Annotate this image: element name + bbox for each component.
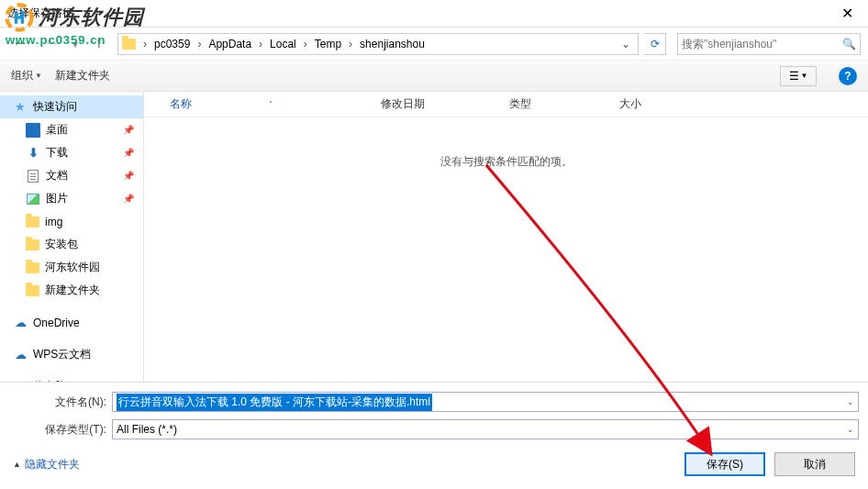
sidebar-pictures[interactable]: 图片📌 (0, 187, 143, 210)
history-dropdown[interactable]: ▾ (70, 38, 81, 50)
view-icon: ☰ (789, 70, 799, 83)
sidebar-img[interactable]: img (0, 210, 143, 233)
sidebar-documents[interactable]: 文档📌 (0, 164, 143, 187)
nav-bar: 🠔 🠖 ▾ 🠕 › pc0359 › AppData › Local › Tem… (0, 28, 868, 61)
new-folder-button[interactable]: 新建文件夹 (55, 68, 110, 83)
filename-input[interactable]: 行云拼音双输入法下载 1.0 免费版 - 河东下载站-采集的数据.html ⌄ (112, 392, 859, 412)
folder-icon (26, 262, 39, 273)
col-date[interactable]: 修改日期 (373, 96, 502, 112)
sidebar-thispc[interactable]: 🖥此电脑 (0, 375, 143, 382)
breadcrumb-dropdown[interactable]: ⌄ (618, 38, 634, 50)
chevron-right-icon: › (195, 38, 203, 50)
sidebar-wps[interactable]: ☁WPS云文档 (0, 343, 143, 366)
folder-icon (26, 217, 39, 228)
sidebar-hd[interactable]: 河东软件园 (0, 256, 143, 279)
crumb-item[interactable]: Temp (309, 34, 347, 54)
search-input[interactable] (682, 38, 842, 50)
chevron-down-icon[interactable]: ⌄ (847, 397, 854, 406)
hide-folders-button[interactable]: ▲隐藏文件夹 (13, 457, 80, 472)
filetype-label: 保存类型(T): (9, 422, 112, 438)
help-button[interactable]: ? (839, 67, 857, 85)
back-button[interactable]: 🠔 (7, 33, 33, 55)
sort-asc-icon: ˄ (269, 100, 273, 108)
col-name[interactable]: 名称˄ (162, 96, 373, 112)
chevron-right-icon: › (347, 38, 354, 50)
organize-button[interactable]: 组织▼ (11, 68, 42, 83)
forward-button: 🠖 (39, 33, 64, 55)
pin-icon: 📌 (123, 148, 134, 158)
pin-icon: 📌 (123, 125, 134, 135)
sidebar-downloads[interactable]: ⬇下载📌 (0, 141, 143, 164)
col-type[interactable]: 类型 (502, 96, 612, 112)
file-list-area: 名称˄ 修改日期 类型 大小 没有与搜索条件匹配的项。 (144, 92, 868, 382)
title-bar: 选择保存路径 ✕ (0, 0, 868, 28)
crumb-item[interactable]: AppData (203, 34, 257, 54)
sidebar: ★快速访问 桌面📌 ⬇下载📌 文档📌 图片📌 img 安装包 河东软件园 新建文… (0, 92, 144, 382)
sidebar-onedrive[interactable]: ☁OneDrive (0, 311, 143, 334)
close-button[interactable]: ✕ (827, 0, 868, 28)
chevron-right-icon: › (141, 38, 149, 50)
download-icon: ⬇ (26, 146, 40, 161)
filetype-select[interactable]: All Files (*.*) ⌄ (112, 419, 859, 439)
sidebar-pkg[interactable]: 安装包 (0, 233, 143, 256)
filetype-value: All Files (*.*) (117, 423, 177, 436)
crumb-item[interactable]: shenjianshou (354, 34, 430, 54)
chevron-down-icon[interactable]: ⌄ (847, 425, 854, 434)
desktop-icon (26, 123, 40, 138)
empty-message: 没有与搜索条件匹配的项。 (144, 154, 868, 170)
col-size[interactable]: 大小 (612, 96, 685, 112)
refresh-button[interactable]: ⟳ (644, 33, 666, 55)
cloud-icon: ☁ (13, 316, 28, 330)
crumb-item[interactable]: pc0359 (149, 34, 195, 54)
sidebar-desktop[interactable]: 桌面📌 (0, 118, 143, 141)
sidebar-quick-access[interactable]: ★快速访问 (0, 95, 143, 118)
column-headers: 名称˄ 修改日期 类型 大小 (144, 92, 868, 117)
search-box[interactable]: 🔍 (677, 33, 861, 55)
chevron-right-icon: › (302, 38, 309, 50)
triangle-up-icon: ▲ (13, 460, 21, 469)
cloud-icon: ☁ (13, 348, 28, 362)
folder-icon (122, 39, 136, 50)
pin-icon: 📌 (123, 194, 134, 204)
filename-value: 行云拼音双输入法下载 1.0 免费版 - 河东下载站-采集的数据.html (117, 394, 432, 411)
cancel-button[interactable]: 取消 (774, 452, 855, 476)
filename-label: 文件名(N): (9, 395, 112, 410)
breadcrumb[interactable]: › pc0359 › AppData › Local › Temp › shen… (117, 33, 639, 55)
folder-icon (26, 239, 39, 250)
folder-icon (26, 285, 39, 296)
chevron-right-icon: › (257, 38, 264, 50)
view-button[interactable]: ☰▼ (780, 66, 817, 86)
up-button[interactable]: 🠕 (86, 33, 112, 55)
window-title: 选择保存路径 (7, 6, 73, 21)
save-button[interactable]: 保存(S) (684, 452, 765, 476)
toolbar: 组织▼ 新建文件夹 ☰▼ ? (0, 61, 868, 92)
picture-icon (26, 192, 40, 206)
sidebar-newfolder[interactable]: 新建文件夹 (0, 279, 143, 302)
pin-icon: 📌 (123, 171, 134, 181)
star-icon: ★ (13, 100, 28, 115)
crumb-item[interactable]: Local (264, 34, 302, 54)
document-icon (26, 169, 40, 183)
search-icon[interactable]: 🔍 (842, 38, 856, 50)
pc-icon: 🖥 (13, 380, 28, 383)
